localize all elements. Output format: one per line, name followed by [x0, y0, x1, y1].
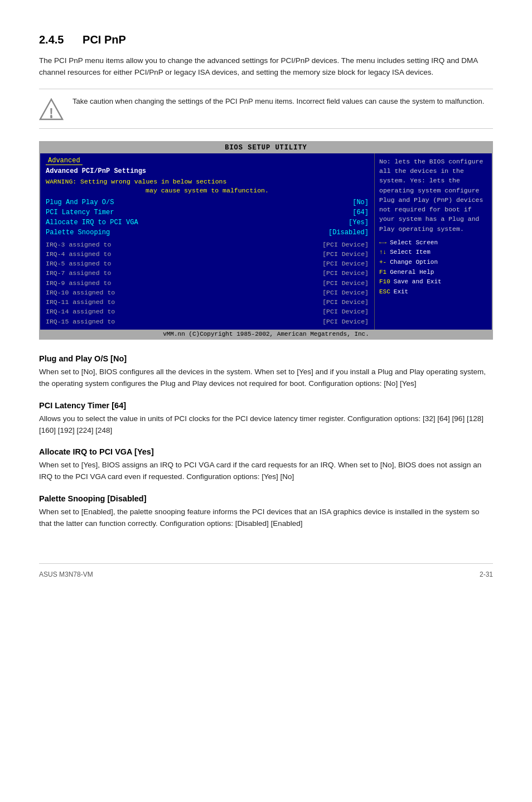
subsection-pci-latency: PCI Latency Timer [64] Allows you to sel…	[39, 401, 493, 437]
bios-setting-label-2: Allocate IRQ to PCI VGA	[46, 218, 138, 228]
bios-setting-value-0: [No]	[352, 197, 369, 207]
bios-setting-label-1: PCI Latency Timer	[46, 207, 114, 218]
bios-irq-rows: IRQ-3 assigned to [PCI Device] IRQ-4 ass…	[46, 240, 369, 326]
subsection-heading-1: PCI Latency Timer [64]	[39, 401, 493, 410]
section-heading: 2.4.5 PCI PnP	[39, 33, 493, 46]
bios-irq-row-2: IRQ-5 assigned to [PCI Device]	[46, 259, 369, 268]
bios-screenshot: BIOS SETUP UTILITY Advanced Advanced PCI…	[39, 141, 493, 340]
subsection-heading-2: Allocate IRQ to PCI VGA [Yes]	[39, 447, 493, 456]
subsection-text-0: When set to [No], BIOS configures all th…	[39, 366, 493, 390]
bios-key-general-help: F1 General Help	[379, 268, 487, 278]
subsection-allocate-irq: Allocate IRQ to PCI VGA [Yes] When set t…	[39, 447, 493, 483]
svg-point-2	[50, 116, 52, 118]
bios-warning-line2: may cause system to malfunction.	[46, 187, 369, 194]
bios-key-list: ←→ Select Screen ↑↓ Select Item +- Chang…	[379, 238, 487, 297]
bios-right-text: No: lets the BIOS configure all the devi…	[379, 157, 487, 234]
subsection-text-1: Allows you to select the value in units …	[39, 413, 493, 437]
warning-text: Take caution when changing the settings …	[72, 96, 484, 107]
bios-irq-row-7: IRQ-14 assigned to [PCI Device]	[46, 307, 369, 316]
bios-settings: Plug And Play O/S [No] PCI Latency Timer…	[46, 197, 369, 238]
bios-irq-row-6: IRQ-11 assigned to [PCI Device]	[46, 297, 369, 307]
subsection-plug-play: Plug and Play O/S [No] When set to [No],…	[39, 354, 493, 390]
subsection-heading-3: Palette Snooping [Disabled]	[39, 494, 493, 503]
subsection-heading-0: Plug and Play O/S [No]	[39, 354, 493, 363]
bios-irq-row-8: IRQ-15 assigned to [PCI Device]	[46, 317, 369, 326]
bios-key-save-exit: F10 Save and Exit	[379, 277, 487, 287]
bios-key-esc: ESC Exit	[379, 287, 487, 297]
bios-setting-label-3: Palette Snooping	[46, 228, 110, 238]
bios-warning-line1: WARNING: Setting wrong values in below s…	[46, 177, 369, 187]
warning-box: ! Take caution when changing the setting…	[39, 89, 493, 129]
bios-section-title: Advanced PCI/PnP Settings	[46, 167, 369, 175]
bios-footer: vMM.nn (C)Copyright 1985-2002, American …	[40, 330, 492, 339]
bios-key-select-item: ↑↓ Select Item	[379, 248, 487, 258]
bios-setting-row-1: PCI Latency Timer [64]	[46, 207, 369, 218]
bios-tab-advanced: Advanced	[46, 157, 83, 165]
bios-irq-row-5: IRQ-10 assigned to [PCI Device]	[46, 288, 369, 297]
intro-text: The PCI PnP menu items allow you to chan…	[39, 55, 493, 79]
page-footer: ASUS M3N78-VM 2-31	[39, 571, 493, 578]
footer-left: ASUS M3N78-VM	[39, 571, 93, 578]
bios-setting-value-2: [Yes]	[349, 218, 369, 228]
bios-key-select-screen: ←→ Select Screen	[379, 238, 487, 248]
bios-key-change-option: +- Change Option	[379, 258, 487, 268]
bios-right-panel: No: lets the BIOS configure all the devi…	[375, 153, 492, 330]
section-title: PCI PnP	[83, 33, 126, 46]
subsection-text-2: When set to [Yes], BIOS assigns an IRQ t…	[39, 460, 493, 483]
bios-setting-row-2: Allocate IRQ to PCI VGA [Yes]	[46, 218, 369, 228]
subsection-palette-snooping: Palette Snooping [Disabled] When set to …	[39, 494, 493, 530]
subsection-text-3: When set to [Enabled], the palette snoop…	[39, 506, 493, 530]
bios-setting-value-1: [64]	[352, 207, 369, 218]
warning-icon: !	[39, 97, 64, 122]
section-number: 2.4.5	[39, 33, 64, 46]
bios-setting-row-0: Plug And Play O/S [No]	[46, 197, 369, 207]
bios-title-bar: BIOS SETUP UTILITY	[40, 142, 492, 153]
bios-irq-row-3: IRQ-7 assigned to [PCI Device]	[46, 268, 369, 278]
bios-irq-row-0: IRQ-3 assigned to [PCI Device]	[46, 240, 369, 249]
bios-left-panel: Advanced Advanced PCI/PnP Settings WARNI…	[40, 153, 375, 330]
bios-irq-row-4: IRQ-9 assigned to [PCI Device]	[46, 278, 369, 288]
bios-setting-row-3: Palette Snooping [Disabled]	[46, 228, 369, 238]
footer-right: 2-31	[480, 571, 493, 578]
footer-divider	[39, 563, 493, 564]
bios-irq-row-1: IRQ-4 assigned to [PCI Device]	[46, 249, 369, 259]
bios-setting-value-3: [Disabled]	[328, 228, 369, 238]
bios-setting-label-0: Plug And Play O/S	[46, 197, 114, 207]
